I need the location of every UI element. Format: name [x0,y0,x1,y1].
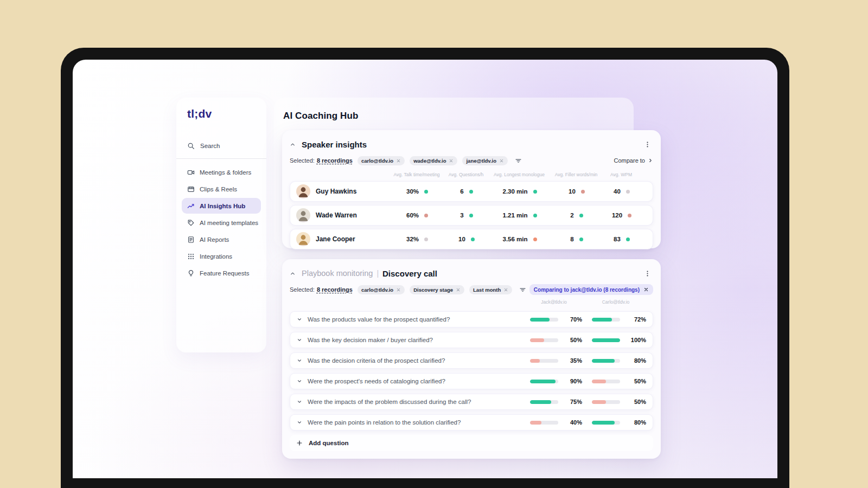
template-tag-icon [187,219,195,227]
avatar [296,208,310,222]
compare-to-label: Compare to [614,157,645,164]
filter-chip[interactable]: jane@tldv.io [462,156,508,165]
add-question-button[interactable]: Add question [290,435,653,451]
speaker-name: Jane Cooper [316,235,355,243]
status-dot-green [533,190,537,194]
filter-button[interactable] [515,157,522,164]
metric-value: 1.21 min [502,212,527,219]
filter-chip[interactable]: Last month [469,285,512,294]
metric-cell: 32% [391,236,443,242]
progress-value: 80% [624,357,646,364]
expand-question-button[interactable] [297,337,302,343]
metric-value: 120 [612,212,622,219]
chevron-down-icon [297,317,302,322]
expand-question-button[interactable] [297,317,302,322]
status-dot-green [533,214,537,217]
speaker-chips: carlo@tldv.io wade@tldv.io jane@tldv.io [353,156,508,165]
metric-cell: 30% [391,188,443,195]
sidebar-item-ai-reports[interactable]: AI Reports [182,232,261,247]
recordings-link[interactable]: 8 recordings [317,157,353,164]
trend-chart-icon [187,202,195,210]
metric-cell: 10 [443,236,490,242]
speaker-row: Guy Hawkins 30% 6 2.30 min 10 40 [290,181,653,202]
progress-bar [530,421,558,425]
selected-label: Selected: [290,286,315,293]
progress-bar [530,359,558,363]
expand-question-button[interactable] [297,420,302,425]
playbook-question-row[interactable]: Was the decision criteria of the prospec… [290,352,653,369]
sidebar-item-label: Meetings & folders [200,169,251,176]
metric-value: 40 [614,188,621,195]
search-button[interactable]: Search [176,140,266,152]
speaker-row: Wade Warren 60% 3 1.21 min 2 120 [290,205,653,226]
expand-question-button[interactable] [297,378,302,384]
chevron-down-icon [297,378,302,384]
title-divider: | [376,269,379,278]
progress-value: 40% [563,419,582,426]
status-dot-red [581,190,585,194]
question-text: Were the pain points in relation to the … [308,419,530,426]
speaker-name: Wade Warren [316,211,357,219]
chevron-down-icon [297,358,302,363]
comparing-chip[interactable]: Comparing to jack@tldv.io (8 recordings) [529,284,653,295]
sidebar-item-meetings-folders[interactable]: Meetings & folders [182,164,261,180]
clapperboard-icon [187,185,195,193]
filter-icon [515,157,522,164]
sidebar-item-ai-meeting-templates[interactable]: AI meeting templates [182,215,261,230]
playbook-question-row[interactable]: Were the prospect's needs of cataloging … [290,373,653,389]
panel-title: Speaker insights [302,140,367,149]
status-dot-gray [626,190,630,194]
sidebar-item-label: Clips & Reels [200,186,237,192]
collapse-button[interactable] [290,271,296,277]
speaker-insights-panel: Speaker insights Selected: 8 recordings … [282,130,661,248]
metric-cell: 3 [443,212,490,219]
speaker-cell: Wade Warren [290,208,391,222]
playbook-question-row[interactable]: Were the impacts of the problem discusse… [290,394,653,410]
progress-bar [592,380,620,383]
speaker-insights-header: Speaker insights [290,137,653,151]
metric-value: 3 [460,212,463,219]
sidebar-item-label: AI Insights Hub [200,203,245,209]
speaker-row: Jane Cooper 32% 10 3.56 min 8 83 [290,229,653,249]
laptop-frame: tl;dv Search Meetings & folders Clips & … [61,48,789,488]
sidebar-item-label: Feature Requests [200,270,249,277]
sidebar-item-ai-insights-hub[interactable]: AI Insights Hub [182,198,261,214]
playbook-name: Discovery call [382,269,437,278]
panel-menu-button[interactable] [642,269,653,278]
metric-value: 2 [570,212,573,219]
sidebar-item-integrations[interactable]: Integrations [182,248,261,264]
filter-button[interactable] [519,286,526,293]
metric-cell: 6 [443,188,490,195]
playbook-question-row[interactable]: Were the pain points in relation to the … [290,414,653,431]
chevron-down-icon [297,420,302,425]
filter-chip[interactable]: wade@tldv.io [410,156,457,165]
column-label: Carlo@tldv.io [586,299,646,305]
chip-label: jane@tldv.io [466,158,496,164]
column-label: Jack@tldv.io [524,299,584,305]
progress-bar [592,400,620,404]
expand-question-button[interactable] [297,399,302,404]
chevron-down-icon [297,337,302,343]
sidebar-item-feature-requests[interactable]: Feature Requests [182,265,261,281]
collapse-button[interactable] [290,142,296,147]
filter-chip[interactable]: carlo@tldv.io [358,156,405,165]
progress-bar [530,400,558,404]
search-label: Search [200,143,220,149]
desktop-background: tl;dv Search Meetings & folders Clips & … [0,0,868,488]
filter-chip[interactable]: Discovery stage [410,285,464,294]
chip-label: carlo@tldv.io [361,158,393,164]
chevron-up-icon [290,142,296,147]
compare-to-button[interactable]: Compare to [614,157,653,164]
playbook-question-row[interactable]: Was the key decision maker / buyer clari… [290,332,653,348]
chevron-down-icon [297,399,302,404]
filter-chip[interactable]: carlo@tldv.io [358,285,405,294]
metric-cell: 10 [550,188,604,195]
panel-menu-button[interactable] [642,140,653,149]
filter-icon [519,286,526,293]
sidebar-item-clips-reels[interactable]: Clips & Reels [182,181,261,197]
recordings-link[interactable]: 8 recordings [317,286,353,293]
playbook-question-row[interactable]: Was the products value for the prospect … [290,311,653,328]
panel-title-muted: Playbook monitoring [302,269,373,278]
expand-question-button[interactable] [297,358,302,363]
status-dot-red [628,214,631,217]
